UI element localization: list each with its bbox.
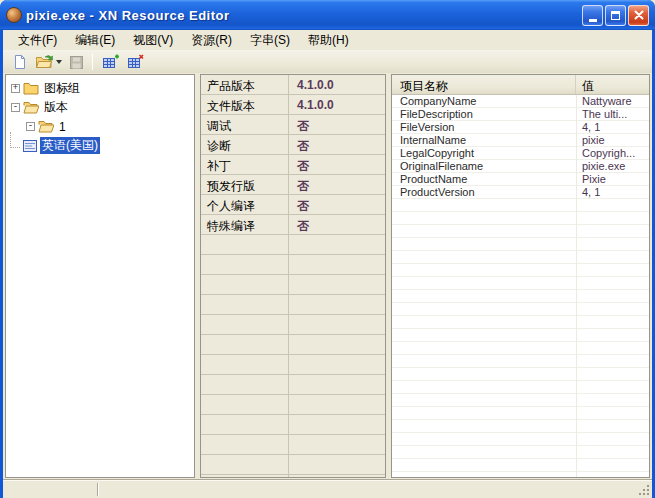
column-header-name[interactable]: 项目名称: [392, 75, 576, 94]
property-label: 预发行版: [201, 175, 289, 195]
table-row[interactable]: InternalName pixie: [392, 134, 649, 147]
item-value: The ulti...: [576, 108, 649, 121]
tree-item-label[interactable]: 1: [57, 120, 68, 134]
open-folder-icon: [38, 120, 54, 133]
closed-folder-icon: [23, 82, 39, 95]
window-title: pixie.exe - XN Resource Editor: [26, 8, 582, 23]
collapse-icon[interactable]: -: [26, 122, 35, 131]
property-label: 调试: [201, 115, 289, 135]
close-button[interactable]: [628, 5, 649, 26]
table-row[interactable]: CompanyName Nattyware: [392, 95, 649, 108]
property-value[interactable]: 否: [289, 175, 385, 195]
item-name: LegalCopyright: [392, 147, 576, 160]
content-area: + 图标组 - 版本 - 1: [3, 73, 652, 479]
open-folder-icon: [35, 54, 53, 70]
maximize-button[interactable]: [605, 5, 626, 26]
tree-item-version[interactable]: - 版本: [6, 98, 194, 117]
table-row[interactable]: OriginalFilename pixie.exe: [392, 160, 649, 173]
property-row[interactable]: 个人编译 否: [201, 195, 385, 215]
property-row[interactable]: 补丁 否: [201, 155, 385, 175]
item-name: CompanyName: [392, 95, 576, 108]
expand-icon[interactable]: +: [11, 84, 20, 93]
property-label: 文件版本: [201, 95, 289, 115]
property-label: 产品版本: [201, 75, 289, 95]
property-value[interactable]: 4.1.0.0: [289, 95, 385, 115]
minimize-button[interactable]: [582, 5, 603, 26]
statusbar: [3, 479, 652, 498]
add-resource-icon: [101, 54, 119, 70]
open-button[interactable]: [32, 52, 65, 72]
maximize-icon: [611, 11, 620, 20]
property-value[interactable]: 4.1.0.0: [289, 75, 385, 95]
toolbar: [3, 51, 652, 73]
tree-item-label-selected[interactable]: 英语(美国): [40, 137, 100, 154]
menu-file[interactable]: 文件(F): [9, 30, 66, 51]
tree-item-label[interactable]: 图标组: [42, 80, 82, 97]
column-header-value[interactable]: 值: [576, 75, 649, 94]
app-window: pixie.exe - XN Resource Editor 文件(F) 编辑(…: [0, 0, 655, 498]
minimize-icon: [589, 19, 597, 22]
menu-view[interactable]: 视图(V): [124, 30, 182, 51]
string-table-panel: 项目名称 值 CompanyName Nattyware FileDescrip…: [391, 74, 650, 478]
property-row[interactable]: 产品版本 4.1.0.0: [201, 75, 385, 95]
item-name: FileDescription: [392, 108, 576, 121]
property-value[interactable]: 否: [289, 195, 385, 215]
item-name: ProductVersion: [392, 186, 576, 199]
resize-grip-icon[interactable]: [638, 484, 650, 496]
table-row[interactable]: LegalCopyright Copyrigh...: [392, 147, 649, 160]
item-value: 4, 1: [576, 121, 649, 134]
window-controls: [582, 5, 649, 26]
resource-tree-panel: + 图标组 - 版本 - 1: [5, 74, 195, 478]
property-value[interactable]: 否: [289, 215, 385, 235]
titlebar[interactable]: pixie.exe - XN Resource Editor: [0, 0, 655, 30]
collapse-icon[interactable]: -: [11, 103, 20, 112]
item-name: ProductName: [392, 173, 576, 186]
menu-string[interactable]: 字串(S): [241, 30, 299, 51]
property-value[interactable]: 否: [289, 155, 385, 175]
tree-connector: [10, 132, 20, 148]
version-resource-icon: [23, 140, 37, 152]
delete-resource-button[interactable]: [123, 52, 147, 72]
item-value: Nattyware: [576, 95, 649, 108]
open-folder-icon: [23, 101, 39, 114]
menu-edit[interactable]: 编辑(E): [66, 30, 124, 51]
property-label: 补丁: [201, 155, 289, 175]
item-value: pixie: [576, 134, 649, 147]
item-value: Pixie: [576, 173, 649, 186]
pixie-app-icon: [6, 7, 22, 23]
menu-help[interactable]: 帮助(H): [299, 30, 358, 51]
version-properties-panel: 产品版本 4.1.0.0 文件版本 4.1.0.0 调试 否 诊断 否 补丁 否…: [200, 74, 386, 478]
table-row[interactable]: FileDescription The ulti...: [392, 108, 649, 121]
tree-item-label[interactable]: 版本: [42, 99, 70, 116]
close-icon: [633, 9, 645, 21]
add-resource-button[interactable]: [98, 52, 122, 72]
property-row[interactable]: 特殊编译 否: [201, 215, 385, 235]
property-value[interactable]: 否: [289, 135, 385, 155]
new-button[interactable]: [9, 52, 31, 72]
item-value: pixie.exe: [576, 160, 649, 173]
new-document-icon: [12, 54, 28, 70]
menu-resource[interactable]: 资源(R): [182, 30, 241, 51]
property-row[interactable]: 诊断 否: [201, 135, 385, 155]
property-row[interactable]: 文件版本 4.1.0.0: [201, 95, 385, 115]
item-name: OriginalFilename: [392, 160, 576, 173]
open-dropdown-arrow-icon: [56, 60, 62, 64]
item-value: Copyrigh...: [576, 147, 649, 160]
string-table-header: 项目名称 值: [392, 75, 649, 95]
property-row[interactable]: 调试 否: [201, 115, 385, 135]
property-label: 特殊编译: [201, 215, 289, 235]
property-row[interactable]: 预发行版 否: [201, 175, 385, 195]
item-name: FileVersion: [392, 121, 576, 134]
tree-item-1[interactable]: - 1: [6, 117, 194, 136]
table-row[interactable]: ProductName Pixie: [392, 173, 649, 186]
menubar: 文件(F) 编辑(E) 视图(V) 资源(R) 字串(S) 帮助(H): [3, 30, 652, 51]
property-value[interactable]: 否: [289, 115, 385, 135]
save-button[interactable]: [66, 52, 87, 72]
table-row[interactable]: FileVersion 4, 1: [392, 121, 649, 134]
save-disk-icon: [69, 55, 84, 70]
tree-item-english-us[interactable]: 英语(美国): [6, 136, 194, 155]
item-value: 4, 1: [576, 186, 649, 199]
property-label: 诊断: [201, 135, 289, 155]
table-row[interactable]: ProductVersion 4, 1: [392, 186, 649, 199]
tree-item-icon-group[interactable]: + 图标组: [6, 79, 194, 98]
